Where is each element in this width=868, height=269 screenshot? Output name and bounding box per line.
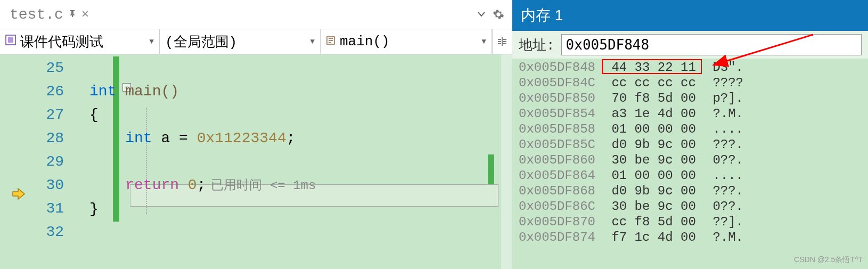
line-numbers: 25 26 27 28 29 30 31 32 — [0, 54, 80, 269]
split-button[interactable] — [492, 29, 512, 54]
function-label: main() — [340, 34, 390, 50]
scope-icon — [5, 34, 16, 50]
memory-address-bar: 地址: — [512, 31, 868, 59]
code-content[interactable]: int main() { int a = 0x11223344; return … — [80, 54, 512, 269]
memory-row: 0x005DF850 70 f8 5d 00 p?]. — [519, 91, 862, 106]
file-tab[interactable]: test.c × — [5, 4, 93, 25]
address-label: 地址: — [519, 36, 555, 54]
code-area[interactable]: − 25 26 27 28 29 30 31 32 int main() { i… — [0, 54, 512, 269]
close-icon[interactable]: × — [81, 7, 89, 22]
memory-row: 0x005DF86C 30 be 9c 00 0??. — [519, 199, 862, 214]
editor-pane: test.c × 课件代码测试 ▼ (全局范围) ▼ — [0, 0, 512, 269]
class-label: (全局范围) — [165, 32, 237, 51]
memory-row: 0x005DF85C d0 9b 9c 00 ???. — [519, 137, 862, 152]
tab-bar: test.c × — [0, 0, 512, 29]
memory-row: 0x005DF868 d0 9b 9c 00 ???. — [519, 183, 862, 199]
memory-row: 0x005DF848 44 33 22 11 D3". — [519, 60, 862, 75]
watermark: CSDN @2.5条悟T^T — [794, 255, 863, 265]
scope-dropdown[interactable]: 课件代码测试 ▼ — [0, 29, 160, 54]
function-icon — [326, 34, 335, 50]
memory-row: 0x005DF858 01 00 00 00 .... — [519, 121, 862, 137]
tab-dropdown-icon[interactable] — [478, 12, 485, 17]
navigation-bar: 课件代码测试 ▼ (全局范围) ▼ main() ▼ — [0, 29, 512, 54]
perf-hint: 已用时间 <= 1ms — [206, 178, 316, 193]
chevron-down-icon: ▼ — [474, 37, 486, 46]
memory-row: 0x005DF870 cc f8 5d 00 ??]. — [519, 214, 862, 230]
chevron-down-icon: ▼ — [303, 37, 315, 46]
chevron-down-icon: ▼ — [142, 37, 154, 46]
pin-icon[interactable] — [69, 10, 76, 20]
execution-pointer-icon — [11, 186, 26, 201]
gear-icon[interactable] — [493, 9, 504, 20]
function-dropdown[interactable]: main() ▼ — [321, 29, 492, 54]
scope-label: 课件代码测试 — [20, 32, 103, 51]
tab-filename: test.c — [10, 6, 63, 23]
memory-pane: 内存 1 地址: 0x005DF848 44 33 22 11 D3".0x00… — [512, 0, 868, 269]
address-input[interactable] — [561, 34, 862, 55]
memory-row: 0x005DF84C cc cc cc cc ???? — [519, 75, 862, 91]
tab-right-controls — [478, 9, 512, 20]
class-dropdown[interactable]: (全局范围) ▼ — [160, 29, 321, 54]
memory-row: 0x005DF860 30 be 9c 00 0??. — [519, 152, 862, 168]
memory-rows[interactable]: 0x005DF848 44 33 22 11 D3".0x005DF84C cc… — [512, 59, 868, 269]
svg-rect-1 — [8, 37, 13, 43]
scrollbar[interactable] — [501, 54, 512, 269]
memory-title: 内存 1 — [512, 0, 868, 31]
memory-row: 0x005DF854 a3 1e 4d 00 ?.M. — [519, 106, 862, 121]
memory-row: 0x005DF874 f7 1c 4d 00 ?.M. — [519, 230, 862, 245]
memory-row: 0x005DF864 01 00 00 00 .... — [519, 168, 862, 183]
